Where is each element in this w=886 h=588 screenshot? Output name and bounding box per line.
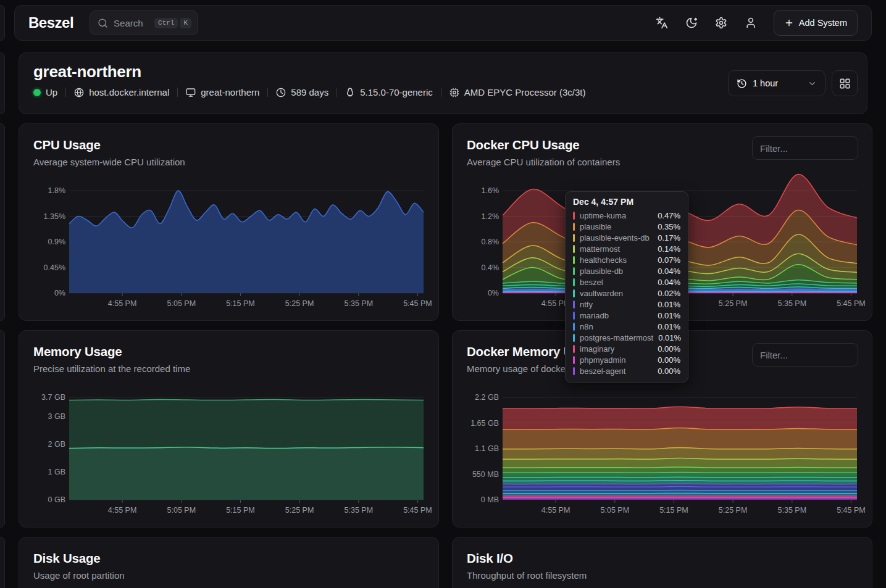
offscreen-card-edge: [0, 52, 5, 114]
series-name: healthchecks: [580, 255, 627, 265]
chevron-down-icon: [808, 79, 817, 88]
x-axis-tick-label: 5:35 PM: [778, 506, 807, 515]
series-value: 0.01%: [658, 311, 680, 320]
series-color-chip: [573, 289, 575, 297]
x-axis-tick-label: 5:35 PM: [345, 506, 374, 515]
theme-toggle-button[interactable]: [680, 11, 703, 35]
series-color-chip: [573, 278, 575, 286]
cpu-model-label: AMD EPYC Processor (3c/3t): [464, 87, 586, 97]
status-dot: [33, 89, 41, 96]
user-menu-button[interactable]: [739, 11, 763, 35]
tooltip-row: vaultwarden0.02%: [573, 288, 680, 299]
x-axis-tick-label: 5:15 PM: [226, 506, 255, 515]
time-range-select[interactable]: 1 hour: [728, 70, 825, 96]
cpu-card-subtitle: Average system-wide CPU utilization: [33, 157, 425, 167]
series-name: plausible-db: [580, 267, 623, 276]
y-axis-tick-label: 0.9%: [33, 238, 65, 246]
series-color-chip: [573, 256, 575, 264]
chart-tooltip: Dec 4, 4:57 PM uptime-kuma0.47%plausible…: [565, 191, 688, 383]
x-axis-tick-label: 5:45 PM: [837, 299, 866, 308]
series-color-chip: [573, 367, 575, 375]
status-label: Up: [46, 87, 57, 97]
disk-io-card-title: Disk I/O: [467, 551, 858, 566]
divider: [267, 88, 268, 97]
x-axis-tick-label: 5:25 PM: [719, 506, 748, 515]
docker-memory-chart-plot[interactable]: 4:55 PM5:05 PM5:15 PM5:25 PM5:35 PM5:45 …: [503, 397, 857, 500]
search-button[interactable]: Search CtrlK: [90, 10, 198, 35]
navbar: Beszel Search CtrlK Add System: [14, 5, 872, 41]
x-axis-tick-label: 5:35 PM: [778, 299, 807, 308]
history-icon: [737, 78, 747, 89]
user-icon: [745, 17, 757, 29]
cpu-card-title: CPU Usage: [33, 138, 425, 152]
globe-icon: [74, 88, 84, 97]
kernel-label: 5.15.0-70-generic: [360, 87, 433, 97]
series-name: ntfy: [580, 300, 593, 309]
cpu-chart-plot[interactable]: 4:55 PM5:05 PM5:15 PM5:25 PM5:35 PM5:45 …: [69, 191, 424, 293]
memory-chart: 4:55 PM5:05 PM5:15 PM5:25 PM5:35 PM5:45 …: [33, 395, 425, 516]
language-icon: [656, 17, 668, 29]
x-axis-tick-label: 5:05 PM: [167, 506, 196, 515]
series-name: n8n: [580, 322, 593, 331]
series-color-chip: [573, 334, 575, 342]
series-color-chip: [573, 234, 575, 242]
tooltip-row: phpmyadmin0.00%: [573, 354, 680, 365]
search-icon: [98, 18, 108, 28]
series-value: 0.35%: [658, 222, 680, 231]
settings-button[interactable]: [709, 11, 733, 35]
tooltip-row: plausible0.35%: [573, 221, 680, 232]
y-axis-tick-label: 0.8%: [467, 238, 499, 246]
x-axis-tick-label: 5:15 PM: [226, 299, 255, 308]
monitor-icon: [186, 88, 196, 97]
series-name: mattermost: [580, 244, 620, 254]
offscreen-card-edge: [0, 123, 5, 321]
y-axis-tick-label: 2 GB: [33, 440, 65, 449]
x-axis-tick-label: 5:25 PM: [285, 506, 314, 515]
series-color-chip: [573, 223, 575, 231]
divider: [441, 88, 441, 97]
system-cpu-model: AMD EPYC Processor (3c/3t): [449, 87, 586, 97]
add-system-button[interactable]: Add System: [774, 10, 858, 36]
offscreen-card-edge: [0, 330, 5, 528]
y-axis-tick-label: 0.4%: [467, 263, 499, 272]
y-axis-tick-label: 0 MB: [467, 495, 499, 504]
x-axis-tick-label: 5:45 PM: [837, 506, 866, 515]
divider: [336, 88, 337, 97]
tooltip-timestamp: Dec 4, 4:57 PM: [573, 197, 680, 207]
x-axis-tick-label: 4:55 PM: [108, 299, 137, 308]
cpu-chip-icon: [449, 88, 459, 97]
docker-cpu-filter-input[interactable]: [752, 136, 858, 160]
series-color-chip: [573, 245, 575, 253]
cpu-usage-card: CPU Usage Average system-wide CPU utiliz…: [19, 123, 439, 321]
tooltip-row: imaginary0.00%: [573, 343, 680, 354]
y-axis-tick-label: 3 GB: [33, 412, 65, 421]
memory-chart-plot[interactable]: 4:55 PM5:05 PM5:15 PM5:25 PM5:35 PM5:45 …: [69, 397, 424, 500]
series-name: plausible: [580, 222, 611, 231]
series-name: beszel: [580, 278, 603, 287]
memory-usage-card: Memory Usage Precise utilization at the …: [19, 330, 439, 528]
beszel-dashboard: Beszel Search CtrlK Add System: [0, 0, 886, 588]
language-button[interactable]: [650, 11, 674, 35]
tooltip-row: uptime-kuma0.47%: [573, 210, 680, 221]
disk-card-title: Disk Usage: [33, 551, 425, 566]
offscreen-card-edge: [0, 5, 5, 41]
x-axis-tick-label: 5:45 PM: [403, 299, 432, 308]
docker-memory-filter-input[interactable]: [752, 343, 858, 366]
linux-kernel-icon: [345, 88, 355, 97]
disk-card-subtitle: Usage of root partition: [33, 570, 425, 581]
system-uptime: 589 days: [276, 87, 328, 97]
series-value: 0.17%: [658, 233, 680, 242]
series-value: 0.01%: [658, 300, 680, 309]
series-value: 0.00%: [658, 366, 680, 376]
layout-grid-button[interactable]: [832, 70, 858, 96]
y-axis-tick-label: 0%: [33, 289, 65, 297]
y-axis-tick-label: 2.2 GB: [467, 393, 499, 402]
tooltip-row: ntfy0.01%: [573, 299, 680, 310]
series-color-chip: [573, 312, 575, 320]
y-axis-tick-label: 0%: [467, 289, 499, 297]
x-axis-tick-label: 5:05 PM: [167, 299, 196, 308]
system-name: great-northern: [186, 87, 259, 97]
navbar-actions: Add System: [650, 10, 858, 36]
series-value: 0.02%: [658, 289, 680, 298]
beszel-logo[interactable]: Beszel: [28, 14, 73, 31]
